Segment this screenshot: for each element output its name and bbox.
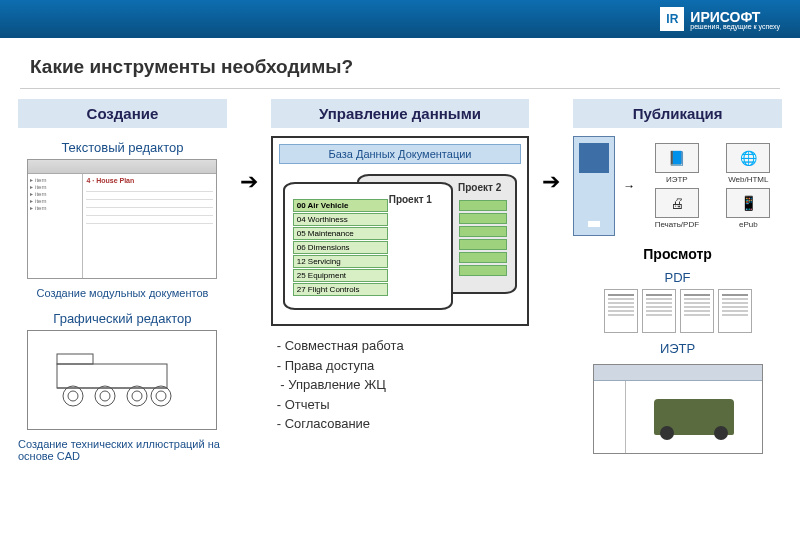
output-item: 🖨 Печать/PDF — [643, 188, 710, 229]
svg-point-4 — [95, 386, 115, 406]
arrow-right-icon: ➔ — [240, 169, 258, 195]
brand-mark: IR — [660, 7, 684, 31]
tree-node: 04 Worthiness — [293, 213, 388, 226]
pdf-page-icon — [680, 289, 714, 333]
bullet-item: - Управление ЖЦ — [277, 375, 524, 395]
arrow-right-icon: → — [623, 179, 635, 193]
output-label: Web/HTML — [728, 175, 768, 184]
column-creation: Создание Текстовый редактор ▸ item▸ item… — [18, 99, 227, 470]
module-tree: 00 Air Vehicle 04 Worthiness 05 Maintena… — [293, 198, 388, 297]
output-label: Печать/PDF — [655, 220, 699, 229]
output-grid: 📘 ИЭТР 🌐 Web/HTML 🖨 Печать/PDF 📱 ePub — [643, 143, 782, 229]
text-editor-caption: Создание модульных документов — [18, 287, 227, 299]
brand-tagline: решения, ведущие к успеху — [690, 23, 780, 30]
svg-point-9 — [156, 391, 166, 401]
project2-label: Проект 2 — [458, 182, 501, 193]
svg-point-3 — [68, 391, 78, 401]
output-label: ИЭТР — [666, 175, 688, 184]
bullet-item: - Согласование — [277, 414, 524, 434]
cad-illustration — [27, 330, 217, 430]
brand-logo: IR ИРИСОФТ решения, ведущие к успеху — [660, 7, 780, 31]
project1-label: Проект 1 — [389, 194, 432, 205]
ietp-viewer-screenshot — [593, 364, 763, 454]
diagram-columns: Создание Текстовый редактор ▸ item▸ item… — [0, 89, 800, 470]
graphic-editor-caption: Создание технических иллюстраций на осно… — [18, 438, 227, 462]
ietp-label: ИЭТР — [573, 341, 782, 356]
database-box: База Данных Документации Проект 2 Проект… — [271, 136, 530, 326]
tree-node: 05 Maintenance — [293, 227, 388, 240]
pdf-pages — [573, 289, 782, 333]
armored-vehicle-icon — [654, 399, 734, 435]
output-thumb-icon: 📱 — [726, 188, 770, 218]
tree-node: 06 Dimensions — [293, 241, 388, 254]
svg-point-5 — [100, 391, 110, 401]
svg-rect-1 — [57, 354, 93, 364]
pdf-page-icon — [642, 289, 676, 333]
svg-point-6 — [127, 386, 147, 406]
output-item: 📘 ИЭТР — [643, 143, 710, 184]
project2-bars — [459, 198, 507, 278]
svg-rect-0 — [57, 364, 167, 388]
output-thumb-icon: 🖨 — [655, 188, 699, 218]
publication-heading: Публикация — [573, 99, 782, 128]
output-item: 📱 ePub — [715, 188, 782, 229]
bullet-item: - Совместная работа — [277, 336, 524, 356]
server-icon — [573, 136, 615, 236]
pdf-label: PDF — [573, 270, 782, 285]
column-publication: Публикация → 📘 ИЭТР 🌐 Web/HTML 🖨 Печать/… — [573, 99, 782, 454]
top-bar: IR ИРИСОФТ решения, ведущие к успеху — [0, 0, 800, 38]
output-label: ePub — [739, 220, 758, 229]
pdf-page-icon — [604, 289, 638, 333]
column-data-management: Управление данными База Данных Документа… — [271, 99, 530, 438]
view-heading: Просмотр — [573, 246, 782, 262]
page-title: Какие инструменты необходимы? — [0, 38, 800, 88]
tree-node: 00 Air Vehicle — [293, 199, 388, 212]
pdf-page-icon — [718, 289, 752, 333]
svg-point-2 — [63, 386, 83, 406]
arrow-right-icon: ➔ — [542, 169, 560, 195]
svg-point-8 — [151, 386, 171, 406]
tree-node: 12 Servicing — [293, 255, 388, 268]
creation-heading: Создание — [18, 99, 227, 128]
publication-row: → 📘 ИЭТР 🌐 Web/HTML 🖨 Печать/PDF 📱 ePub — [573, 136, 782, 236]
bullet-item: - Отчеты — [277, 395, 524, 415]
database-cylinders: Проект 2 Проект 1 00 Air Vehicle 04 Wort… — [279, 168, 522, 318]
truck-line-art-icon — [37, 340, 207, 420]
feature-bullets: - Совместная работа - Права доступа - Уп… — [271, 326, 530, 438]
svg-point-7 — [132, 391, 142, 401]
output-thumb-icon: 🌐 — [726, 143, 770, 173]
text-editor-screenshot: ▸ item▸ item▸ item▸ item▸ item 4 · House… — [27, 159, 217, 279]
tree-node: 27 Flight Controls — [293, 283, 388, 296]
graphic-editor-label: Графический редактор — [18, 311, 227, 326]
text-editor-label: Текстовый редактор — [18, 140, 227, 155]
datamgmt-heading: Управление данными — [271, 99, 530, 128]
tree-node: 25 Equipment — [293, 269, 388, 282]
output-item: 🌐 Web/HTML — [715, 143, 782, 184]
output-thumb-icon: 📘 — [655, 143, 699, 173]
bullet-item: - Права доступа — [277, 356, 524, 376]
database-title: База Данных Документации — [279, 144, 522, 164]
